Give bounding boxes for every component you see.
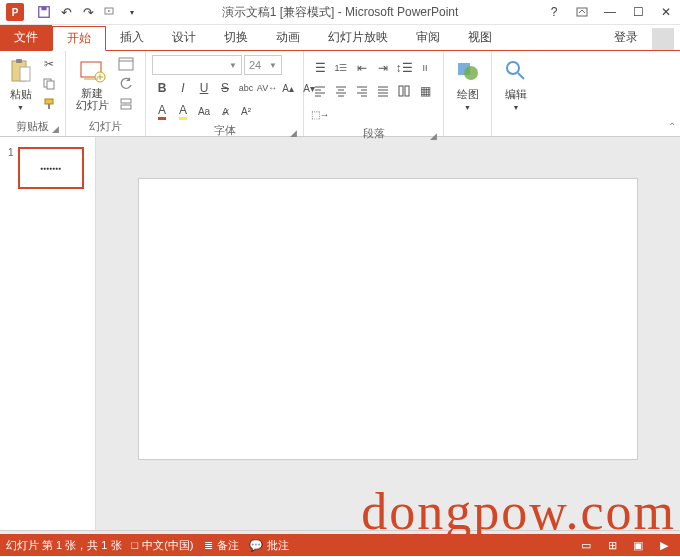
cut-icon[interactable]: ✂ bbox=[39, 55, 59, 73]
tab-slideshow[interactable]: 幻灯片放映 bbox=[314, 25, 402, 50]
layout-icon[interactable] bbox=[116, 55, 136, 73]
align-left-icon[interactable] bbox=[310, 81, 330, 101]
font-size-combo[interactable]: 24▼ bbox=[244, 55, 282, 75]
tab-design[interactable]: 设计 bbox=[158, 25, 210, 50]
highlight-button[interactable]: A bbox=[173, 101, 193, 121]
new-slide-button[interactable]: 新建 幻灯片 bbox=[72, 55, 112, 111]
tab-animations[interactable]: 动画 bbox=[262, 25, 314, 50]
app-icon: P bbox=[6, 3, 24, 21]
align-text-icon[interactable]: ▦ bbox=[415, 81, 435, 101]
editing-label: 编辑 bbox=[505, 87, 527, 102]
tab-file[interactable]: 文件 bbox=[0, 25, 52, 50]
comments-button[interactable]: 💬批注 bbox=[249, 538, 289, 553]
svg-point-37 bbox=[507, 62, 519, 74]
editing-button[interactable]: 编辑 ▼ bbox=[498, 55, 534, 111]
login-link[interactable]: 登录 bbox=[604, 25, 648, 50]
align-center-icon[interactable] bbox=[331, 81, 351, 101]
group-clipboard-label: 剪贴板◢ bbox=[6, 117, 59, 136]
svg-rect-33 bbox=[399, 86, 403, 96]
drawing-button[interactable]: 绘图 ▼ bbox=[450, 55, 485, 111]
avatar[interactable] bbox=[652, 28, 674, 50]
quick-access-toolbar: ↶ ↷ ▾ bbox=[34, 2, 142, 22]
thumbnail-item[interactable]: 1 ●●●●●●● bbox=[8, 147, 87, 189]
chevron-down-icon: ▼ bbox=[17, 104, 24, 111]
underline-button[interactable]: U bbox=[194, 78, 214, 98]
italic-button[interactable]: I bbox=[173, 78, 193, 98]
group-paragraph: ☰ 1☰ ⇤ ⇥ ↕☰ II ▦ ⬚→ 段落◢ bbox=[304, 51, 444, 136]
slide-thumbnail[interactable]: ●●●●●●● bbox=[18, 147, 84, 189]
svg-rect-34 bbox=[405, 86, 409, 96]
section-icon[interactable] bbox=[116, 95, 136, 113]
svg-rect-3 bbox=[577, 8, 587, 16]
close-icon[interactable]: ✕ bbox=[652, 1, 680, 23]
sorter-view-icon[interactable]: ⊞ bbox=[602, 537, 622, 553]
title-right: ? — ☐ ✕ bbox=[540, 1, 680, 23]
decrease-indent-icon[interactable]: ⇤ bbox=[352, 58, 372, 78]
qat-customize-icon[interactable]: ▾ bbox=[122, 2, 142, 22]
columns-icon[interactable] bbox=[394, 81, 414, 101]
increase-font-icon[interactable]: A▴ bbox=[278, 78, 298, 98]
drawing-label: 绘图 bbox=[457, 87, 479, 102]
slide-pane[interactable] bbox=[96, 137, 680, 530]
thumbnail-pane[interactable]: 1 ●●●●●●● bbox=[0, 137, 96, 530]
save-icon[interactable] bbox=[34, 2, 54, 22]
group-slides-label: 幻灯片 bbox=[72, 117, 139, 136]
strikethrough-button[interactable]: S bbox=[215, 78, 235, 98]
normal-view-icon[interactable]: ▭ bbox=[576, 537, 596, 553]
reset-icon[interactable] bbox=[116, 75, 136, 93]
svg-rect-1 bbox=[41, 7, 46, 11]
tab-home[interactable]: 开始 bbox=[52, 26, 106, 51]
minimize-icon[interactable]: — bbox=[596, 1, 624, 23]
font-family-combo[interactable]: ▼ bbox=[152, 55, 242, 75]
maximize-icon[interactable]: ☐ bbox=[624, 1, 652, 23]
undo-icon[interactable]: ↶ bbox=[56, 2, 76, 22]
help-icon[interactable]: ? bbox=[540, 1, 568, 23]
bullets-button[interactable]: ☰ bbox=[310, 58, 330, 78]
shapes-icon bbox=[454, 57, 482, 85]
workspace: 1 ●●●●●●● bbox=[0, 137, 680, 530]
tab-review[interactable]: 审阅 bbox=[402, 25, 454, 50]
smartart-icon[interactable]: ⬚→ bbox=[310, 104, 330, 124]
ribbon-options-icon[interactable] bbox=[568, 1, 596, 23]
tab-insert[interactable]: 插入 bbox=[106, 25, 158, 50]
tab-transitions[interactable]: 切换 bbox=[210, 25, 262, 50]
copy-icon[interactable] bbox=[39, 75, 59, 93]
line-spacing-icon[interactable]: ↕☰ bbox=[394, 58, 414, 78]
slide-count[interactable]: 幻灯片 第 1 张，共 1 张 bbox=[6, 538, 122, 553]
redo-icon[interactable]: ↷ bbox=[78, 2, 98, 22]
chevron-down-icon: ▼ bbox=[229, 61, 237, 70]
font-color-button[interactable]: A bbox=[152, 101, 172, 121]
numbering-button[interactable]: 1☰ bbox=[331, 58, 351, 78]
dialog-launcher-icon[interactable]: ◢ bbox=[52, 124, 59, 134]
svg-line-38 bbox=[518, 73, 524, 79]
svg-rect-5 bbox=[16, 59, 22, 63]
title-bar: P ↶ ↷ ▾ 演示文稿1 [兼容模式] - Microsoft PowerPo… bbox=[0, 0, 680, 25]
spacing-button[interactable]: AV↔ bbox=[257, 78, 277, 98]
clear-format-button[interactable]: A̷ bbox=[215, 101, 235, 121]
start-from-beginning-icon[interactable] bbox=[100, 2, 120, 22]
group-slides: 新建 幻灯片 幻灯片 bbox=[66, 51, 146, 136]
collapse-ribbon-icon[interactable]: ⌃ bbox=[668, 121, 676, 132]
text-direction-icon[interactable]: II bbox=[415, 58, 435, 78]
tab-view[interactable]: 视图 bbox=[454, 25, 506, 50]
increase-indent-icon[interactable]: ⇥ bbox=[373, 58, 393, 78]
change-case-button[interactable]: Aa bbox=[194, 101, 214, 121]
ribbon: 粘贴 ▼ ✂ 剪贴板◢ 新建 幻灯片 幻灯片 bbox=[0, 50, 680, 137]
reading-view-icon[interactable]: ▣ bbox=[628, 537, 648, 553]
shadow-button[interactable]: abc bbox=[236, 78, 256, 98]
format-painter-icon[interactable] bbox=[39, 95, 59, 113]
justify-icon[interactable] bbox=[373, 81, 393, 101]
bold-button[interactable]: B bbox=[152, 78, 172, 98]
svg-rect-10 bbox=[48, 104, 50, 109]
svg-rect-8 bbox=[47, 81, 54, 89]
paste-button[interactable]: 粘贴 ▼ bbox=[6, 55, 35, 111]
notes-button[interactable]: ≣备注 bbox=[204, 538, 239, 553]
group-font: ▼ 24▼ B I U S abc AV↔ A▴ A▾ A A Aa A̷ A²… bbox=[146, 51, 304, 136]
language-status[interactable]: □中文(中国) bbox=[132, 538, 194, 553]
align-right-icon[interactable] bbox=[352, 81, 372, 101]
svg-rect-13 bbox=[119, 58, 133, 70]
slideshow-view-icon[interactable]: ▶ bbox=[654, 537, 674, 553]
superscript-button[interactable]: A² bbox=[236, 101, 256, 121]
svg-rect-9 bbox=[45, 99, 53, 104]
slide-canvas[interactable] bbox=[139, 179, 637, 459]
